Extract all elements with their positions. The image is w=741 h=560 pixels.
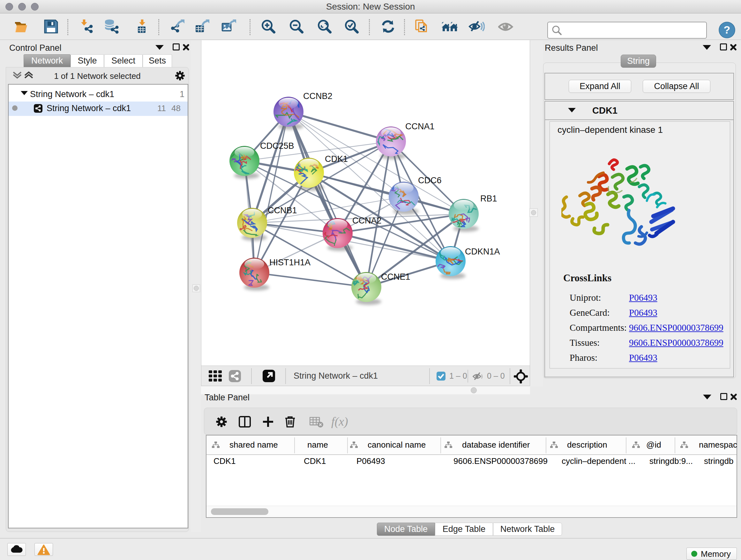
svg-text:CCNA1: CCNA1 (405, 122, 434, 131)
svg-text:RB1: RB1 (480, 194, 497, 203)
svg-text:CDC25B: CDC25B (260, 141, 294, 151)
svg-text:CCNA2: CCNA2 (352, 216, 382, 226)
svg-text:CDK1: CDK1 (325, 154, 348, 164)
svg-text:?: ? (724, 23, 731, 36)
svg-text:HIST1H1A: HIST1H1A (269, 258, 311, 267)
svg-text:CDKN1A: CDKN1A (465, 247, 500, 256)
svg-text:CDC6: CDC6 (418, 176, 442, 185)
svg-text:CCNB2: CCNB2 (303, 91, 333, 101)
svg-text:CCNE1: CCNE1 (381, 272, 410, 282)
svg-text:CCNB1: CCNB1 (268, 206, 297, 215)
